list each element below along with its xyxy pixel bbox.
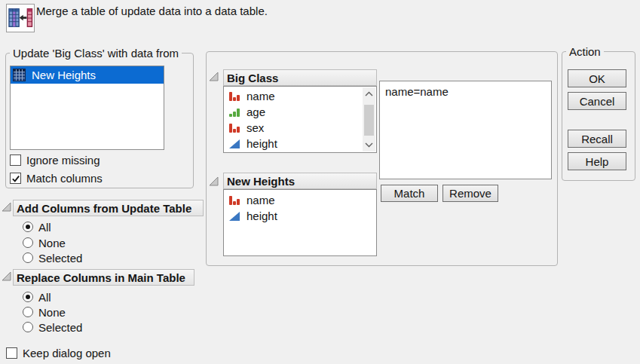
add-columns-radio-all[interactable] bbox=[23, 222, 33, 232]
add-columns-radio-none-label[interactable]: None bbox=[38, 237, 66, 249]
add-columns-radio-all-label[interactable]: All bbox=[38, 221, 51, 234]
match-columns-label[interactable]: Match columns bbox=[26, 172, 103, 185]
ignore-missing-label[interactable]: Ignore missing bbox=[26, 154, 100, 167]
disclosure-triangle-icon[interactable] bbox=[209, 176, 219, 186]
nominal-column-icon bbox=[228, 90, 240, 102]
replace-columns-radio-selected[interactable] bbox=[23, 322, 33, 332]
column-item-height[interactable]: height bbox=[224, 136, 376, 151]
match-button[interactable]: Match bbox=[381, 185, 438, 202]
replace-columns-radio-all-label[interactable]: All bbox=[38, 291, 51, 304]
add-columns-section-title: Add Columns from Update Table bbox=[17, 202, 191, 215]
cancel-button[interactable]: Cancel bbox=[568, 92, 626, 110]
scrollbar-thumb[interactable] bbox=[364, 105, 374, 136]
checkmark-icon bbox=[11, 174, 20, 183]
dialog-description: Merge a table of update data into a data… bbox=[36, 5, 268, 17]
disclosure-triangle-icon[interactable] bbox=[2, 271, 11, 281]
ordinal-column-icon bbox=[228, 106, 240, 118]
continuous-column-icon bbox=[228, 210, 240, 222]
new-heights-section-title: New Heights bbox=[227, 175, 295, 188]
disclosure-triangle-icon[interactable] bbox=[209, 72, 219, 81]
replace-columns-section-header[interactable]: Replace Columns in Main Table bbox=[13, 269, 194, 286]
ok-button[interactable]: OK bbox=[568, 69, 626, 87]
big-class-section-header[interactable]: Big Class bbox=[223, 69, 377, 86]
merge-tables-icon bbox=[6, 4, 35, 32]
data-table-icon bbox=[13, 69, 26, 81]
big-class-column-list[interactable]: name age sex height bbox=[223, 86, 377, 153]
column-item-label: sex bbox=[247, 122, 264, 134]
match-pairs-list[interactable]: name=name bbox=[379, 81, 552, 179]
add-columns-radio-selected-label[interactable]: Selected bbox=[38, 252, 82, 265]
nominal-column-icon bbox=[228, 194, 240, 206]
keep-dialog-open-checkbox[interactable] bbox=[6, 347, 17, 359]
column-item-name[interactable]: name bbox=[224, 192, 376, 208]
match-pair-item[interactable]: name=name bbox=[385, 84, 546, 99]
replace-columns-section-title: Replace Columns in Main Table bbox=[17, 271, 185, 284]
update-source-group-title: Update 'Big Class' with data from bbox=[10, 47, 182, 59]
add-columns-radio-none[interactable] bbox=[23, 237, 33, 248]
replace-columns-radio-selected-label[interactable]: Selected bbox=[38, 321, 82, 334]
column-item-label: age bbox=[247, 106, 265, 118]
new-heights-column-list[interactable]: name height bbox=[223, 189, 377, 256]
column-item-label: name bbox=[247, 90, 275, 102]
list-item-new-heights[interactable]: New Heights bbox=[11, 66, 164, 84]
big-class-list-scrollbar[interactable] bbox=[363, 87, 375, 151]
add-columns-section-header[interactable]: Add Columns from Update Table bbox=[13, 200, 204, 216]
continuous-column-icon bbox=[228, 138, 240, 150]
keep-dialog-open-label[interactable]: Keep dialog open bbox=[23, 347, 111, 359]
new-heights-section-header[interactable]: New Heights bbox=[223, 173, 377, 189]
update-table-list[interactable]: New Heights bbox=[10, 66, 164, 150]
replace-columns-radio-none[interactable] bbox=[23, 307, 33, 317]
replace-columns-radio-all[interactable] bbox=[23, 292, 33, 302]
list-item-label: New Heights bbox=[32, 69, 96, 81]
nominal-column-icon bbox=[228, 122, 240, 134]
update-table-dialog: Merge a table of update data into a data… bbox=[0, 0, 640, 364]
merge-tables-icon-glyph bbox=[8, 7, 33, 29]
add-columns-radio-selected[interactable] bbox=[23, 252, 33, 263]
column-item-label: name bbox=[247, 194, 275, 206]
scroll-up-icon[interactable] bbox=[363, 87, 375, 100]
column-item-sex[interactable]: sex bbox=[224, 120, 376, 136]
match-columns-checkbox[interactable] bbox=[10, 173, 21, 184]
column-item-label: height bbox=[247, 138, 277, 150]
column-item-name[interactable]: name bbox=[224, 88, 376, 104]
disclosure-triangle-icon[interactable] bbox=[2, 202, 11, 212]
scroll-down-icon[interactable] bbox=[363, 139, 375, 151]
column-item-age[interactable]: age bbox=[224, 104, 376, 120]
help-button[interactable]: Help bbox=[568, 152, 626, 170]
big-class-section-title: Big Class bbox=[227, 72, 278, 84]
column-item-height[interactable]: height bbox=[224, 208, 376, 224]
action-group-title: Action bbox=[566, 46, 604, 57]
recall-button[interactable]: Recall bbox=[568, 130, 626, 148]
replace-columns-radio-none-label[interactable]: None bbox=[38, 306, 66, 319]
ignore-missing-checkbox[interactable] bbox=[10, 154, 21, 166]
column-item-label: height bbox=[247, 210, 277, 222]
remove-button[interactable]: Remove bbox=[442, 185, 498, 202]
